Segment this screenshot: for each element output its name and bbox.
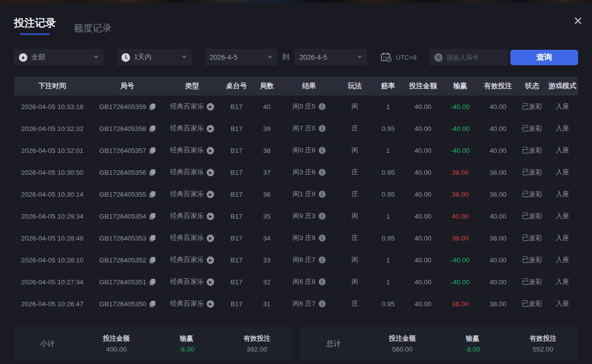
copy-icon[interactable]	[149, 125, 155, 132]
total-winloss-label: 输赢	[438, 334, 508, 343]
cell-bet-amount: 40.00	[404, 205, 442, 227]
info-icon[interactable]: i	[319, 213, 326, 220]
play-circle-icon[interactable]: ▶	[207, 278, 214, 286]
info-icon[interactable]: i	[319, 125, 326, 132]
tab-quota-records[interactable]: 额度记录	[74, 22, 112, 35]
play-circle-icon[interactable]: ▶	[207, 256, 214, 264]
cell-odds: 1	[372, 249, 404, 271]
cell-round-id: GB1726405351	[91, 271, 164, 293]
play-circle-icon[interactable]: ▶	[207, 147, 214, 154]
cell-play: 闲	[337, 205, 372, 227]
info-icon[interactable]: i	[319, 278, 326, 285]
cell-game-mode: 入座	[547, 118, 578, 139]
cell-game-mode: 入座	[547, 293, 578, 315]
round-number-icon: 局	[434, 53, 443, 62]
cell-odds: 0.95	[372, 293, 404, 315]
close-icon[interactable]: ✕	[570, 13, 586, 29]
cell-bet-time: 2026-04-05 10:30:14	[14, 183, 91, 205]
cell-round-count: 39	[252, 118, 281, 139]
records-table-body: 2026-04-05 10:33:18 GB1726405359 经典百家乐▶ …	[14, 96, 578, 315]
cell-status: 已派彩	[518, 118, 547, 139]
copy-icon[interactable]	[149, 104, 155, 110]
total-card: 总计 投注金额 560.00 输赢 -8.00 有效投注 552.00	[300, 327, 579, 361]
filter-bar: ♠ 全部 1天内 2026-4-5 到 2026-4-5	[14, 49, 578, 66]
cell-result: 闲3 庄6i	[281, 161, 337, 183]
date-from-select[interactable]: 2026-4-5	[205, 49, 277, 66]
cell-bet-time: 2026-04-05 10:30:50	[14, 161, 91, 183]
cell-valid-bet: 38.00	[478, 293, 518, 315]
play-circle-icon[interactable]: ▶	[207, 191, 214, 198]
search-button[interactable]: 查询	[510, 50, 578, 65]
col-round-id: 局号	[91, 77, 164, 96]
cell-round-count: 33	[252, 249, 281, 271]
copy-icon[interactable]	[149, 191, 155, 198]
subtotal-valid-label: 有效投注	[222, 334, 292, 343]
cell-table-number: B17	[221, 293, 253, 315]
cell-play: 庄	[337, 118, 372, 139]
info-icon[interactable]: i	[319, 256, 326, 263]
cell-table-number: B17	[221, 118, 253, 139]
cell-play: 庄	[337, 227, 372, 249]
cell-valid-bet: 38.00	[478, 227, 518, 249]
cell-play: 庄	[337, 293, 372, 315]
copy-icon[interactable]	[149, 279, 155, 285]
play-circle-icon[interactable]: ▶	[207, 213, 214, 220]
play-circle-icon[interactable]: ▶	[207, 125, 214, 132]
tab-bet-records[interactable]: 投注记录	[14, 16, 56, 35]
cell-type: 经典百家乐▶	[164, 249, 220, 271]
info-icon[interactable]: i	[319, 169, 326, 176]
cell-type: 经典百家乐▶	[164, 205, 220, 227]
cell-bet-amount: 40.00	[404, 271, 442, 293]
time-range-select[interactable]: 1天内	[117, 49, 192, 66]
col-status: 状态	[518, 77, 547, 96]
table-row: 2026-04-05 10:30:50 GB1726405356 经典百家乐▶ …	[14, 161, 578, 183]
table-row: 2026-04-05 10:32:01 GB1726405357 经典百家乐▶ …	[14, 139, 578, 161]
cell-bet-time: 2026-04-05 10:28:10	[14, 249, 91, 271]
date-from-value: 2026-4-5	[210, 53, 237, 61]
copy-icon[interactable]	[149, 213, 155, 220]
play-circle-icon[interactable]: ▶	[207, 103, 214, 111]
cell-bet-time: 2026-04-05 10:27:34	[14, 271, 91, 293]
round-number-input[interactable]	[447, 54, 501, 61]
cell-status: 已派彩	[518, 271, 547, 293]
copy-icon[interactable]	[149, 257, 155, 263]
cell-result: 闲1 庄9i	[281, 183, 337, 205]
play-circle-icon[interactable]: ▶	[207, 300, 214, 308]
info-icon[interactable]: i	[319, 191, 326, 198]
info-icon[interactable]: i	[319, 300, 326, 307]
cell-type: 经典百家乐▶	[164, 293, 220, 315]
cell-round-id: GB1726405355	[91, 183, 164, 205]
cell-type: 经典百家乐▶	[164, 118, 220, 139]
game-type-select[interactable]: ♠ 全部	[14, 49, 104, 66]
copy-icon[interactable]	[149, 147, 155, 154]
play-circle-icon[interactable]: ▶	[207, 169, 214, 176]
cell-result: 闲6 庄8i	[281, 271, 337, 293]
cell-round-count: 34	[252, 227, 281, 249]
cell-game-mode: 入座	[547, 205, 578, 227]
copy-icon[interactable]	[149, 301, 155, 307]
cell-game-mode: 入座	[547, 271, 578, 293]
cell-type: 经典百家乐▶	[164, 227, 220, 249]
table-row: 2026-04-05 10:29:34 GB1726405354 经典百家乐▶ …	[14, 205, 578, 227]
cell-round-id: GB1726405354	[91, 205, 164, 227]
col-valid-bet: 有效投注	[478, 77, 518, 96]
copy-icon[interactable]	[149, 169, 155, 176]
cell-valid-bet: 40.00	[478, 118, 518, 139]
cell-result: 闲3 庄9i	[281, 227, 337, 249]
play-circle-icon[interactable]: ▶	[207, 235, 214, 242]
cell-valid-bet: 40.00	[478, 205, 518, 227]
active-tab-underline	[20, 33, 50, 35]
info-icon[interactable]: i	[319, 147, 326, 154]
cell-win-loss: 38.00	[442, 293, 478, 315]
info-icon[interactable]: i	[319, 235, 326, 242]
bet-records-table: 下注时间 局号 类型 桌台号 局数 结果 玩法 赔率 投注金额 输赢 有效投注 …	[14, 77, 578, 315]
col-round-count: 局数	[252, 77, 281, 96]
date-to-select[interactable]: 2026-4-5	[294, 49, 367, 66]
col-result: 结果	[281, 77, 337, 96]
cell-result: 闲0 庄5i	[281, 96, 337, 118]
cell-odds: 1	[372, 205, 404, 227]
timezone-indicator[interactable]: UTC+8	[381, 52, 417, 62]
copy-icon[interactable]	[149, 235, 155, 242]
info-icon[interactable]: i	[319, 103, 326, 110]
cell-bet-amount: 40.00	[404, 227, 442, 249]
